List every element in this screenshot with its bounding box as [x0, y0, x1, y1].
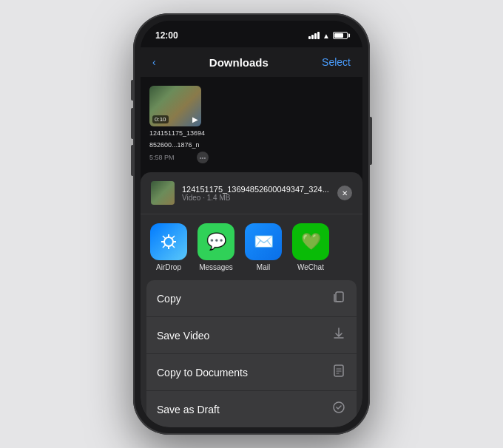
- status-icons: ▲: [308, 32, 348, 40]
- share-actions: Copy Save Video: [146, 280, 357, 427]
- share-app-messages[interactable]: 💬 Messages: [195, 223, 237, 271]
- volume-down-button: [131, 145, 133, 176]
- copy-icon: [331, 289, 346, 308]
- share-file-meta: Video · 1.4 MB: [182, 194, 330, 202]
- video-duration-badge: 0:10: [152, 115, 169, 123]
- file-meta: 5:58 PM •••: [149, 152, 209, 163]
- share-app-mail[interactable]: ✉️ Mail: [243, 223, 284, 271]
- volume-up-button: [131, 108, 133, 139]
- save-video-label: Save Video: [157, 330, 209, 342]
- signal-icon: [308, 32, 320, 39]
- status-time: 12:00: [155, 30, 178, 41]
- file-more-button[interactable]: •••: [197, 152, 209, 163]
- share-preview: 124151175_13694852600049347_324... Video…: [141, 172, 362, 214]
- copy-action[interactable]: Copy: [146, 280, 357, 317]
- status-bar: 12:00 ▲: [141, 21, 362, 47]
- file-thumbnail: 0:10 ▶: [149, 86, 201, 126]
- mail-label: Mail: [257, 263, 270, 271]
- share-preview-info: 124151175_13694852600049347_324... Video…: [182, 185, 330, 202]
- save-video-action[interactable]: Save Video: [146, 317, 357, 354]
- battery-icon: [333, 32, 348, 39]
- share-apps-row: AirDrop 💬 Messages ✉️ Mail: [141, 214, 362, 280]
- phone-screen: 12:00 ▲ ‹ Downloads Select: [141, 21, 362, 427]
- copy-to-documents-icon: [331, 363, 346, 381]
- file-name-line1: 124151175_13694: [149, 129, 209, 138]
- copy-to-documents-label: Copy to Documents: [157, 367, 248, 379]
- file-time: 5:58 PM: [149, 154, 175, 161]
- share-file-name: 124151175_13694852600049347_324...: [182, 185, 330, 194]
- phone-frame: 12:00 ▲ ‹ Downloads Select: [133, 13, 370, 435]
- airdrop-icon: [150, 223, 187, 260]
- share-close-button[interactable]: ✕: [337, 186, 352, 200]
- list-item[interactable]: 0:10 ▶ 124151175_13694 852600...1876_n 5…: [149, 86, 209, 163]
- play-icon: ▶: [192, 115, 198, 123]
- file-name-line2: 852600...1876_n: [149, 141, 209, 150]
- save-as-draft-label: Save as Draft: [157, 404, 220, 415]
- save-as-draft-action[interactable]: Save as Draft: [146, 391, 357, 427]
- mail-icon: ✉️: [245, 223, 282, 260]
- messages-icon: 💬: [198, 223, 234, 260]
- share-sheet: 124151175_13694852600049347_324... Video…: [141, 172, 362, 427]
- navigation-bar: ‹ Downloads Select: [141, 47, 362, 77]
- wechat-icon: 💚: [292, 223, 329, 260]
- save-as-draft-icon: [331, 400, 346, 418]
- share-app-wechat[interactable]: 💚 WeChat: [290, 223, 331, 271]
- select-button[interactable]: Select: [322, 56, 351, 68]
- mute-button: [131, 80, 133, 101]
- save-video-icon: [331, 326, 346, 345]
- page-title: Downloads: [209, 56, 269, 69]
- share-preview-thumbnail: [151, 181, 175, 205]
- airdrop-label: AirDrop: [156, 263, 181, 271]
- messages-label: Messages: [199, 263, 233, 271]
- content-area: 0:10 ▶ 124151175_13694 852600...1876_n 5…: [141, 77, 362, 427]
- svg-rect-1: [336, 292, 343, 302]
- copy-label: Copy: [157, 293, 181, 305]
- copy-to-documents-action[interactable]: Copy to Documents: [146, 354, 357, 391]
- wifi-icon: ▲: [323, 32, 330, 40]
- power-button: [370, 117, 372, 165]
- back-button[interactable]: ‹: [152, 56, 156, 68]
- share-app-airdrop[interactable]: AirDrop: [148, 223, 189, 271]
- back-chevron-icon: ‹: [152, 56, 156, 68]
- wechat-label: WeChat: [297, 263, 324, 271]
